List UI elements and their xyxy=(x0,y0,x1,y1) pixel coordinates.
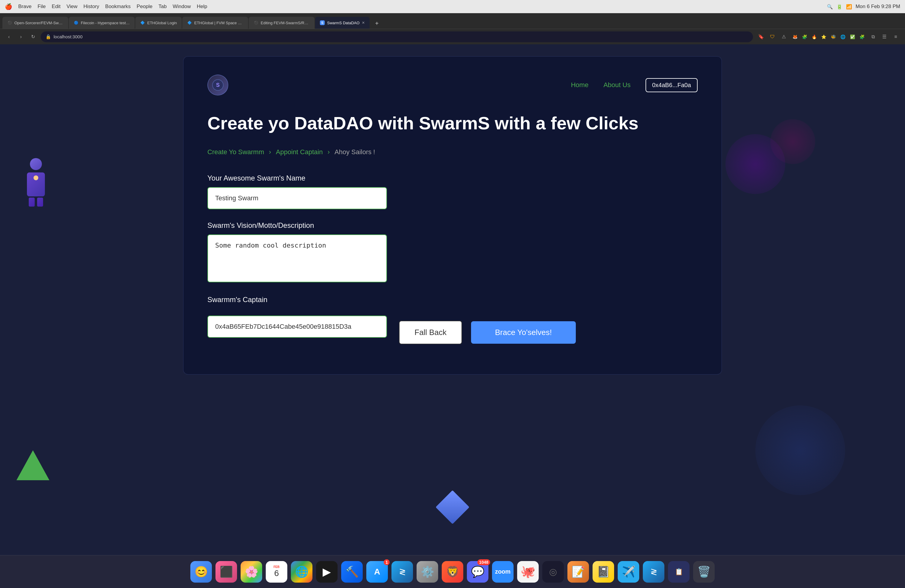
ext-puzzle-icon[interactable]: 🧩 xyxy=(800,33,809,41)
dock-finder[interactable]: 😊 xyxy=(191,561,212,583)
tab-label-github: Open-Sorcerer/FEVM-SwarmS xyxy=(14,21,64,25)
ext-circle-icon[interactable]: 🌐 xyxy=(838,33,847,41)
wallet-button[interactable]: 0x4aB6...Fa0a xyxy=(646,78,698,92)
calendar-icon: FEB6 xyxy=(273,565,279,578)
dock-telegram[interactable]: ✈️ xyxy=(618,561,639,583)
dock-vscode[interactable]: ≷ xyxy=(391,561,413,583)
forward-button[interactable]: › xyxy=(17,33,25,41)
nav-about[interactable]: About Us xyxy=(603,81,630,89)
wifi-icon: 📶 xyxy=(846,4,852,10)
split-view-icon[interactable]: ⧉ xyxy=(868,32,878,41)
ext-check-icon[interactable]: ✅ xyxy=(848,33,856,41)
dock-zoom[interactable]: zoom xyxy=(492,561,514,583)
sidebar-icon[interactable]: ☰ xyxy=(880,32,889,41)
ext-bee-icon[interactable]: 🐝 xyxy=(829,33,837,41)
breadcrumb-item-1[interactable]: Create Yo Swarmm xyxy=(207,148,264,156)
tab-label-ethglobal-login: ETHGlobal Login xyxy=(147,21,177,25)
brace-yourselves-button[interactable]: Brace Yo'selves! xyxy=(471,321,576,344)
swarm-name-input[interactable] xyxy=(207,187,387,209)
chrome-icon: 🌐 xyxy=(295,566,308,578)
menu-brave[interactable]: Brave xyxy=(18,3,32,10)
address-bar: ‹ › ↻ 🔒 localhost:3000 🔖 🛡 ⚠ 🦊 🧩 🔥 ⭐ 🐝 🌐… xyxy=(0,29,905,44)
alert-icon[interactable]: ⚠ xyxy=(779,32,788,41)
ext-fire-icon[interactable]: 🔥 xyxy=(810,33,818,41)
figure-leg-left xyxy=(29,198,35,207)
new-tab-button[interactable]: + xyxy=(372,18,382,29)
launchpad-icon: ⬛ xyxy=(220,566,233,578)
app-logo[interactable]: S xyxy=(207,75,229,95)
dock-github[interactable]: 🐙 xyxy=(517,561,539,583)
dock-obs[interactable]: ◎ xyxy=(542,561,564,583)
ext-star-icon[interactable]: ⭐ xyxy=(819,33,828,41)
bookmark-icon[interactable]: 🔖 xyxy=(757,32,765,41)
dock-brave[interactable]: 🦁 xyxy=(442,561,463,583)
tab-filecoin[interactable]: 🔵 Filecoin - Hyperspace testnet R... xyxy=(69,17,135,29)
fall-back-button[interactable]: Fall Back xyxy=(399,321,462,344)
dock-trash[interactable]: 🗑️ xyxy=(693,561,714,583)
tab-github[interactable]: ⚫ Open-Sorcerer/FEVM-SwarmS xyxy=(2,17,68,29)
apple-menu-icon[interactable]: 🍎 xyxy=(5,3,12,10)
appstore-badge: 1 xyxy=(384,559,390,565)
dock-notes[interactable]: 📓 xyxy=(592,561,614,583)
menu-edit[interactable]: Edit xyxy=(52,3,60,10)
menu-right-items: 🔍 🔋 📶 Mon 6 Feb 9:28 PM xyxy=(827,3,900,10)
green-triangle-decoration xyxy=(16,450,49,480)
app-card: S Home About Us 0x4aB6...Fa0a Create yo … xyxy=(183,56,722,375)
dock-xcode[interactable]: 🔨 xyxy=(341,561,363,583)
dock-vscode2[interactable]: ≷ xyxy=(643,561,664,583)
tab-label-ethglobal-fvm: ETHGlobal | FVM Space Warp xyxy=(194,21,243,25)
breadcrumb-item-3: Ahoy Sailors ! xyxy=(335,148,375,156)
dock-chrome[interactable]: 🌐 xyxy=(291,561,313,583)
tab-favicon-ethglobal-fvm: 🔷 xyxy=(187,21,192,25)
obs-icon: ◎ xyxy=(549,566,557,577)
menu-icon[interactable]: ≡ xyxy=(891,32,900,41)
address-bar-right: 🔖 🛡 ⚠ 🦊 🧩 🔥 ⭐ 🐝 🌐 ✅ 🧩 ⧉ ☰ ≡ xyxy=(757,32,900,41)
menu-help[interactable]: Help xyxy=(197,3,207,10)
dock-sublime[interactable]: 📝 xyxy=(567,561,589,583)
menu-people[interactable]: People xyxy=(137,3,152,10)
ext-puzzle2-icon[interactable]: 🧩 xyxy=(858,33,866,41)
zoom-icon: zoom xyxy=(495,568,511,575)
swarm-captain-input[interactable] xyxy=(207,316,387,338)
github-icon: 🐙 xyxy=(521,565,535,579)
address-input-container[interactable]: 🔒 localhost:3000 xyxy=(41,32,753,42)
swarm-vision-label: Swarm's Vision/Motto/Description xyxy=(207,221,698,230)
tab-close-swarms-dao[interactable]: ✕ xyxy=(362,21,365,25)
tab-favicon-editing: ⚫ xyxy=(254,21,258,25)
tab-label-editing: Editing FEVM-SwarmS/README... xyxy=(261,21,310,25)
reload-button[interactable]: ↻ xyxy=(29,33,37,41)
tab-editing[interactable]: ⚫ Editing FEVM-SwarmS/README... xyxy=(249,17,314,29)
breadcrumb-item-2[interactable]: Appoint Captain xyxy=(276,148,323,156)
swarm-vision-section: Swarm's Vision/Motto/Description xyxy=(207,221,698,283)
dock-appstore[interactable]: A 1 xyxy=(366,561,388,583)
telegram-icon: ✈️ xyxy=(622,566,635,578)
brave-shield-icon[interactable]: 🛡 xyxy=(768,32,777,41)
menu-window[interactable]: Window xyxy=(173,3,191,10)
ext-fox-icon[interactable]: 🦊 xyxy=(791,33,799,41)
logo-svg: S xyxy=(212,79,224,91)
menu-history[interactable]: History xyxy=(84,3,99,10)
search-icon[interactable]: 🔍 xyxy=(827,4,833,10)
dock-texteditor[interactable]: 📋 xyxy=(668,561,689,583)
tab-ethglobal-login[interactable]: 🔷 ETHGlobal Login xyxy=(135,17,182,29)
battery-icon: 🔋 xyxy=(837,4,843,10)
tab-ethglobal-fvm[interactable]: 🔷 ETHGlobal | FVM Space Warp xyxy=(182,17,248,29)
menu-bookmarks[interactable]: Bookmarks xyxy=(105,3,131,10)
swarm-vision-input[interactable] xyxy=(207,234,387,282)
dock-terminal[interactable]: ▶ xyxy=(316,561,338,583)
nav-home[interactable]: Home xyxy=(571,81,589,89)
menu-file[interactable]: File xyxy=(37,3,46,10)
tab-swarms-dao[interactable]: S SwarmS DataDAO ✕ xyxy=(315,17,370,29)
vscode-icon: ≷ xyxy=(399,567,406,577)
menu-view[interactable]: View xyxy=(67,3,78,10)
back-button[interactable]: ‹ xyxy=(5,33,13,41)
bg-decoration-3 xyxy=(755,405,845,495)
dock-calendar[interactable]: FEB6 xyxy=(266,561,287,583)
dock-discord[interactable]: 💬 1048 xyxy=(467,561,488,583)
tab-label-swarms-dao: SwarmS DataDAO xyxy=(327,21,359,25)
dock-photos[interactable]: 🌸 xyxy=(241,561,262,583)
captain-row: Fall Back Brace Yo'selves! xyxy=(207,309,698,344)
dock-settings[interactable]: ⚙️ xyxy=(417,561,438,583)
dock-launchpad[interactable]: ⬛ xyxy=(216,561,237,583)
menu-tab[interactable]: Tab xyxy=(159,3,167,10)
